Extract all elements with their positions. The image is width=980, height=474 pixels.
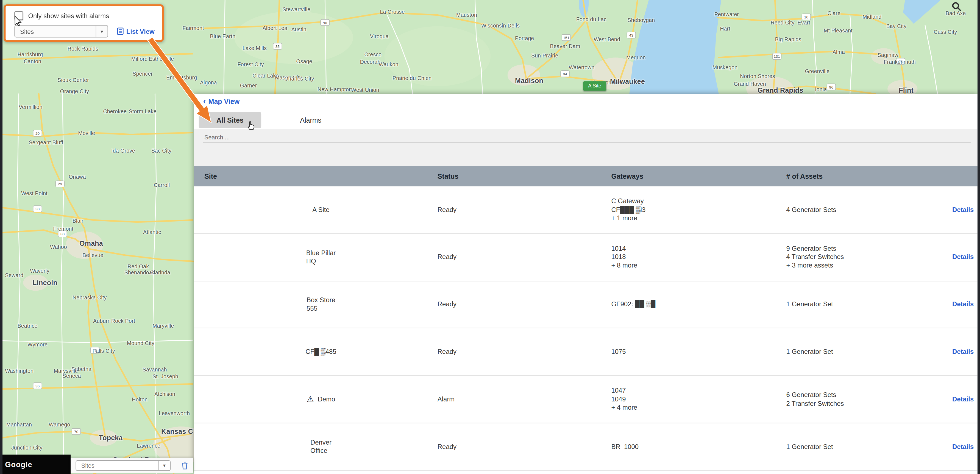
- bottom-filter-bar: Sites ▾: [71, 458, 193, 473]
- screenshot-root: 9035941514313196107529807036752030 Stewa…: [0, 0, 980, 474]
- map-label: West Union: [351, 87, 379, 93]
- map-label: Bay City: [886, 23, 907, 29]
- map-label: Madison: [515, 77, 543, 85]
- map-label: Sun Prairie: [531, 53, 558, 59]
- only-alarms-checkbox[interactable]: [14, 11, 23, 20]
- map-label: Moville: [78, 130, 95, 136]
- table-row: ⚠DemoAlarm10471049+ 4 more6 Generator Se…: [194, 376, 977, 423]
- map-label: Marysville: [54, 368, 78, 374]
- map-label: Seward: [5, 272, 23, 278]
- details-cell: Details: [952, 234, 974, 281]
- tab-all-sites[interactable]: All Sites: [199, 112, 261, 128]
- gateways-cell: 10471049+ 4 more: [611, 376, 786, 423]
- map-label: Sac City: [151, 148, 172, 154]
- map-label: Grand Rapids: [757, 86, 803, 94]
- dropdown-caret-box: ▾: [95, 26, 107, 37]
- map-label: Charles City: [284, 76, 314, 82]
- list-view-button[interactable]: List View: [117, 27, 154, 35]
- map-label: Stewartville: [283, 6, 311, 13]
- search-input[interactable]: [203, 133, 970, 143]
- site-cell: Blue PillarHQ: [204, 234, 438, 281]
- sites-dropdown-value: Sites: [15, 28, 34, 35]
- sites-dropdown[interactable]: Sites ▾: [14, 25, 108, 37]
- svg-text:10: 10: [804, 15, 808, 19]
- map-label: Harrisburg: [18, 51, 43, 58]
- map-label: Wamego: [49, 421, 70, 428]
- map-label: Beatrice: [18, 323, 38, 329]
- status-cell: Ready: [438, 281, 611, 328]
- svg-text:96: 96: [829, 85, 833, 89]
- map-label: Garner: [240, 83, 257, 89]
- map-label: Lincoln: [32, 279, 57, 286]
- map-label: Rock Port: [111, 318, 135, 324]
- site-cell: ⚠Demo: [204, 376, 438, 423]
- details-link[interactable]: Details: [952, 300, 974, 309]
- map-label: Albert Lea: [262, 25, 287, 31]
- details-link[interactable]: Details: [952, 442, 974, 451]
- assets-cell: 6 Generator Sets2 Transfer Switches: [786, 376, 952, 423]
- details-link[interactable]: Details: [952, 348, 974, 356]
- map-site-marker[interactable]: A Site: [583, 81, 606, 91]
- map-label: Manhattan: [6, 421, 32, 428]
- map-label: Osage: [296, 58, 312, 65]
- map-label: Fremont: [53, 226, 73, 232]
- column-status: Status: [438, 173, 611, 180]
- site-name: A Site: [312, 205, 329, 214]
- map-label: New Hampton: [318, 86, 352, 93]
- svg-text:90: 90: [323, 21, 328, 25]
- bottom-sites-dropdown-value: Sites: [76, 462, 94, 469]
- chevron-down-icon: ▾: [100, 28, 103, 34]
- list-view-label: List View: [126, 27, 154, 35]
- map-label: Flint: [899, 86, 913, 94]
- table-row: Blue PillarHQReady10141018+ 8 more9 Gene…: [194, 234, 977, 281]
- map-label: Washington: [5, 368, 33, 374]
- table-row: DenverOfficeReadyBR_10001 Generator SetD…: [194, 423, 977, 471]
- map-label: Wahoo: [50, 244, 67, 250]
- map-label: Auburn: [93, 318, 111, 324]
- details-link[interactable]: Details: [952, 395, 974, 404]
- assets-cell: 1 Generator Set: [786, 329, 952, 375]
- status-cell: Ready: [438, 423, 611, 470]
- details-cell: Details: [952, 376, 974, 423]
- bottom-sites-dropdown[interactable]: Sites ▾: [76, 460, 170, 471]
- map-label: Milwaukee: [610, 78, 645, 85]
- map-label: Estherville: [149, 56, 174, 62]
- svg-text:29: 29: [58, 182, 62, 186]
- map-label: Cresco: [364, 51, 382, 58]
- map-label: Ida Grove: [111, 148, 135, 154]
- map-label: Orange City: [60, 88, 89, 94]
- svg-text:30: 30: [35, 207, 40, 211]
- site-cell: DenverOffice: [204, 423, 438, 470]
- map-label: Midland: [862, 14, 881, 20]
- map-label: La Crosse: [380, 9, 405, 15]
- map-label: Nebraska City: [73, 294, 107, 301]
- map-label: Clare: [827, 10, 840, 16]
- map-label: Watertown: [569, 64, 595, 71]
- google-logo: Google: [5, 460, 32, 469]
- map-label: Rock Rapids: [68, 46, 98, 52]
- table-header: Site Status Gateways # of Assets: [194, 166, 977, 187]
- gateways-cell: BR_1000: [611, 423, 786, 470]
- map-label: Big Rapids: [775, 36, 802, 43]
- map-label: Viroqua: [370, 33, 389, 40]
- status-cell: Ready: [438, 329, 611, 375]
- dropdown-caret-box: ▾: [158, 461, 170, 470]
- map-label: Evart: [798, 19, 810, 26]
- details-link[interactable]: Details: [952, 253, 974, 262]
- tab-alarms[interactable]: Alarms: [294, 112, 328, 128]
- column-assets: # of Assets: [786, 173, 974, 180]
- site-cell: A Site: [204, 187, 438, 233]
- details-link[interactable]: Details: [952, 205, 974, 214]
- map-label: Fairmont: [182, 25, 204, 31]
- map-label: Wymore: [27, 342, 48, 348]
- map-view-link[interactable]: ‹ Map View: [203, 97, 240, 105]
- trash-icon[interactable]: [181, 461, 188, 469]
- map-label: Falls City: [92, 348, 115, 354]
- map-label: Mauston: [456, 12, 477, 18]
- map-label: Ionia: [815, 86, 827, 93]
- map-label: Frankenmuth: [884, 59, 916, 65]
- map-label: Sioux Center: [57, 77, 89, 83]
- map-label: Cherokee: [103, 108, 127, 114]
- window-edge-right: [978, 0, 980, 474]
- map-label: West Bend: [594, 36, 620, 43]
